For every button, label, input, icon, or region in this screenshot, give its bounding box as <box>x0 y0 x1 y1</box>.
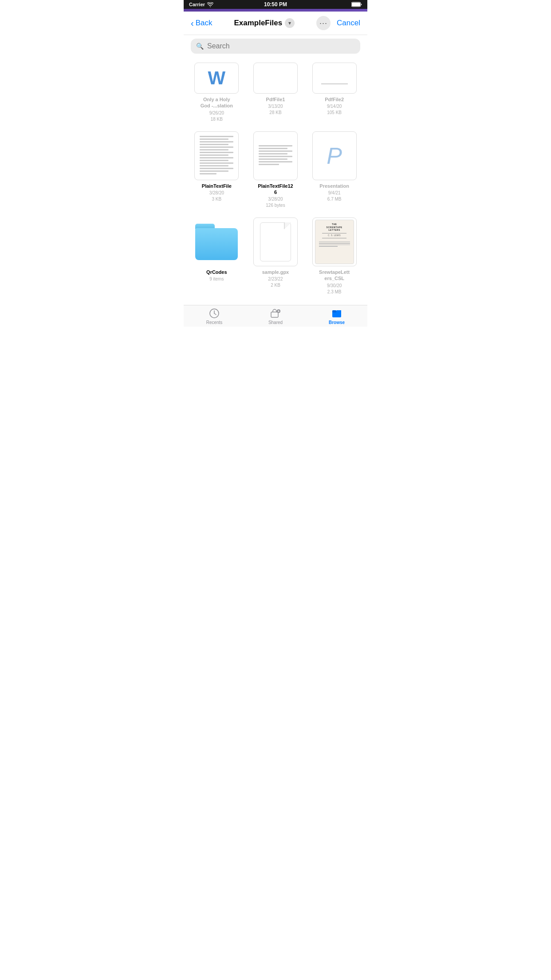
file-name: PlainTextFile <box>202 183 232 189</box>
svg-rect-8 <box>332 310 336 312</box>
file-thumb <box>253 217 298 266</box>
file-thumb: P <box>312 131 357 180</box>
word-icon: W <box>208 67 226 89</box>
file-thumb <box>194 131 239 180</box>
browse-label: Browse <box>329 320 345 325</box>
presentation-icon: P <box>327 142 342 169</box>
file-row-1: W Only a HolyGod -...slation 9/26/2018 K… <box>187 59 364 126</box>
status-time: 10:50 PM <box>264 1 287 8</box>
file-meta: 9/14/20105 KB <box>327 103 342 116</box>
shared-label: Shared <box>268 320 283 325</box>
file-meta: 9/30/202.3 MB <box>327 283 342 295</box>
file-item-pdf2[interactable]: PdfFile2 9/14/20105 KB <box>308 59 361 126</box>
file-thumb: W <box>194 63 239 94</box>
file-thumb <box>253 131 298 180</box>
file-row-3: QrCodes 9 items sample.gpx 2/23/222 KB T… <box>187 214 364 299</box>
chevron-down-icon: ▾ <box>288 20 291 26</box>
file-row-2: PlainTextFile 3/28/203 KB PlainTextFile1… <box>187 128 364 213</box>
file-item-presentation[interactable]: P Presentation 9/4/216.7 MB <box>308 128 361 213</box>
file-item-holy-god[interactable]: W Only a HolyGod -...slation 9/26/2018 K… <box>190 59 243 126</box>
file-meta: 9 items <box>209 276 224 282</box>
status-left: Carrier <box>189 2 213 7</box>
file-name: QrCodes <box>206 269 227 275</box>
back-label: Back <box>196 19 213 28</box>
recents-icon <box>209 308 220 319</box>
title-chevron-button[interactable]: ▾ <box>285 18 295 28</box>
nav-bar: ‹ Back ExampleFiles ▾ ··· Cancel <box>184 12 367 35</box>
file-item-screwtape[interactable]: THESCREWTAPELETTERS C. S. LEWIS Srewtape… <box>308 214 361 299</box>
recents-label: Recents <box>206 320 223 325</box>
cancel-button[interactable]: Cancel <box>337 19 360 28</box>
search-wrap: 🔍 <box>184 35 367 59</box>
text-content <box>256 142 295 169</box>
back-chevron-icon: ‹ <box>191 18 194 28</box>
search-input[interactable] <box>207 42 355 50</box>
search-bar: 🔍 <box>191 39 360 54</box>
file-meta: 2/23/222 KB <box>268 276 283 288</box>
svg-rect-5 <box>271 312 278 317</box>
file-grid: W Only a HolyGod -...slation 9/26/2018 K… <box>184 59 367 304</box>
file-thumb: THESCREWTAPELETTERS C. S. LEWIS <box>312 217 357 266</box>
file-item-qrcodes[interactable]: QrCodes 9 items <box>190 214 243 299</box>
file-name: PdfFile2 <box>325 96 344 103</box>
file-meta: 3/28/20126 bytes <box>266 196 285 209</box>
shared-icon <box>270 308 281 319</box>
screwtape-author: C. S. LEWIS <box>328 234 341 237</box>
nav-title: ExampleFiles <box>234 19 282 28</box>
browse-icon <box>331 308 342 319</box>
file-meta: 9/26/2018 KB <box>209 110 224 122</box>
more-button[interactable]: ··· <box>316 16 331 30</box>
file-item-sample-gpx[interactable]: sample.gpx 2/23/222 KB <box>249 214 302 299</box>
file-thumb <box>253 63 298 94</box>
file-meta: 3/28/203 KB <box>209 190 224 202</box>
screwtape-lines <box>319 241 350 248</box>
screwtape-divider <box>322 233 346 233</box>
file-thumb-folder <box>194 217 239 266</box>
file-name: Presentation <box>319 183 349 189</box>
tab-bar: Recents Shared Browse <box>184 305 367 327</box>
nav-title-wrap: ExampleFiles ▾ <box>234 18 295 28</box>
tab-recents[interactable]: Recents <box>197 308 232 325</box>
battery-icon <box>351 2 362 7</box>
svg-line-4 <box>214 313 216 315</box>
screwtape-title: THESCREWTAPELETTERS <box>327 223 342 232</box>
file-meta: 9/4/216.7 MB <box>327 190 342 202</box>
carrier-label: Carrier <box>189 2 205 7</box>
file-thumb <box>312 63 357 94</box>
wifi-icon <box>207 2 213 7</box>
file-name: Only a HolyGod -...slation <box>201 96 233 109</box>
nav-right: ··· Cancel <box>316 16 360 30</box>
text-content <box>197 133 236 178</box>
file-name: sample.gpx <box>262 269 289 275</box>
file-name: SrewtapeLetters_CSL <box>319 269 350 282</box>
file-meta: 3/13/2028 KB <box>268 103 283 116</box>
back-button[interactable]: ‹ Back <box>191 18 212 28</box>
svg-rect-1 <box>352 3 360 6</box>
status-bar: Carrier 10:50 PM <box>184 0 367 9</box>
search-icon: 🔍 <box>196 43 204 50</box>
file-name: PlainTextFile126 <box>258 183 293 196</box>
screwtape-divider2 <box>322 238 346 238</box>
file-name: PdfFile1 <box>266 96 285 103</box>
tab-shared[interactable]: Shared <box>258 308 293 325</box>
tab-browse[interactable]: Browse <box>319 308 354 325</box>
screwtape-cover: THESCREWTAPELETTERS C. S. LEWIS <box>315 220 354 264</box>
file-item-plaintext[interactable]: PlainTextFile 3/28/203 KB <box>190 128 243 213</box>
status-right <box>351 2 362 7</box>
file-item-plaintext126[interactable]: PlainTextFile126 3/28/20126 bytes <box>249 128 302 213</box>
ellipsis-icon: ··· <box>319 19 327 28</box>
file-item-pdf1[interactable]: PdfFile1 3/13/2028 KB <box>249 59 302 126</box>
